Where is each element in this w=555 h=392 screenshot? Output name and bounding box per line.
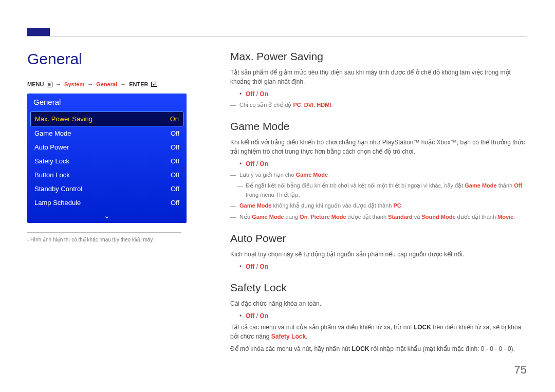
arrow-icon: → xyxy=(87,81,93,87)
osd-item-label: Standby Control xyxy=(34,185,82,193)
osd-item-value: Off xyxy=(171,157,179,165)
osd-more-indicator[interactable]: ⌄ xyxy=(27,210,187,223)
section-body: Kích hoạt tùy chọn này sẽ tự động bật ng… xyxy=(230,250,527,259)
osd-item-value: Off xyxy=(171,129,179,137)
osd-item-value: On xyxy=(170,115,179,123)
page-title: General xyxy=(27,50,187,68)
osd-title: General xyxy=(27,94,187,111)
right-column: Max. Power Saving Tắt sản phẩm để giảm m… xyxy=(230,50,527,357)
osd-item-game-mode[interactable]: Game Mode Off xyxy=(27,126,187,140)
osd-item-value: Off xyxy=(171,199,179,207)
osd-panel: General Max. Power Saving On Game Mode O… xyxy=(27,94,187,223)
section-body: Tắt sản phẩm để giảm mức tiêu thụ điện s… xyxy=(230,68,527,86)
section-title-game-mode: Game Mode xyxy=(230,120,527,133)
menu-icon: III xyxy=(47,82,52,87)
osd-item-label: Button Lock xyxy=(34,171,70,179)
left-column: General MENU III → System → General → EN… xyxy=(27,50,187,242)
option-off-on: Off / On xyxy=(230,89,527,99)
osd-item-label: Auto Power xyxy=(34,143,69,151)
osd-item-lamp-schedule[interactable]: Lamp Schedule Off xyxy=(27,196,187,210)
enter-icon xyxy=(151,82,157,87)
left-footnote: - Hình ảnh hiển thị có thể khác nhau tùy… xyxy=(27,237,187,242)
note-game-mode-off: Để ngắt kết nối bảng điều khiển trò chơi… xyxy=(230,181,527,199)
osd-item-label: Game Mode xyxy=(34,129,71,137)
osd-item-button-lock[interactable]: Button Lock Off xyxy=(27,168,187,182)
osd-item-safety-lock[interactable]: Safety Lock Off xyxy=(27,154,187,168)
page-number: 75 xyxy=(514,363,527,377)
osd-item-auto-power[interactable]: Auto Power Off xyxy=(27,140,187,154)
section-title-auto-power: Auto Power xyxy=(230,232,527,245)
safety-lock-desc: Tất cả các menu và nút của sản phẩm và đ… xyxy=(230,323,527,341)
osd-item-value: Off xyxy=(171,185,179,193)
option-off-on: Off / On xyxy=(230,262,527,271)
section-title-safety-lock: Safety Lock xyxy=(230,282,527,294)
top-rule xyxy=(27,36,527,36)
breadcrumb-general: General xyxy=(96,81,117,87)
osd-item-value: Off xyxy=(171,171,179,179)
page-tab-marker xyxy=(27,28,50,36)
option-off-on: Off / On xyxy=(230,311,527,321)
breadcrumb-menu-label: MENU xyxy=(27,81,44,87)
note-game-mode-pc: Game Mode không khả dụng khi nguồn vào đ… xyxy=(230,201,527,211)
arrow-icon: → xyxy=(120,81,126,87)
section-body: Cài đặc chức năng khóa an toàn. xyxy=(230,299,527,308)
arrow-icon: → xyxy=(55,81,61,87)
divider xyxy=(27,232,181,233)
osd-item-label: Lamp Schedule xyxy=(34,199,81,207)
osd-item-max-power-saving[interactable]: Max. Power Saving On xyxy=(30,111,183,126)
section-body: Khi kết nối với bảng điều khiển trò chơi… xyxy=(230,138,527,156)
option-off-on: Off / On xyxy=(230,159,527,169)
osd-item-label: Max. Power Saving xyxy=(35,115,92,123)
section-title-max-power-saving: Max. Power Saving xyxy=(230,50,527,63)
note-game-mode-on: Nếu Game Mode đang On. Picture Mode được… xyxy=(230,213,527,222)
osd-item-value: Off xyxy=(171,143,179,151)
safety-lock-unlock: Để mở khóa các menu và nút, hãy nhấn nút… xyxy=(230,344,527,353)
note-available-modes: Chỉ có sẵn ở chế độ PC, DVI, HDMI. xyxy=(230,101,527,110)
osd-item-standby-control[interactable]: Standby Control Off xyxy=(27,182,187,196)
breadcrumb-system: System xyxy=(64,81,84,87)
osd-item-label: Safety Lock xyxy=(34,157,69,165)
breadcrumb: MENU III → System → General → ENTER xyxy=(27,81,187,87)
note-game-mode-limits: Lưu ý và giới hạn cho Game Mode xyxy=(230,171,527,180)
breadcrumb-enter-label: ENTER xyxy=(129,81,148,87)
